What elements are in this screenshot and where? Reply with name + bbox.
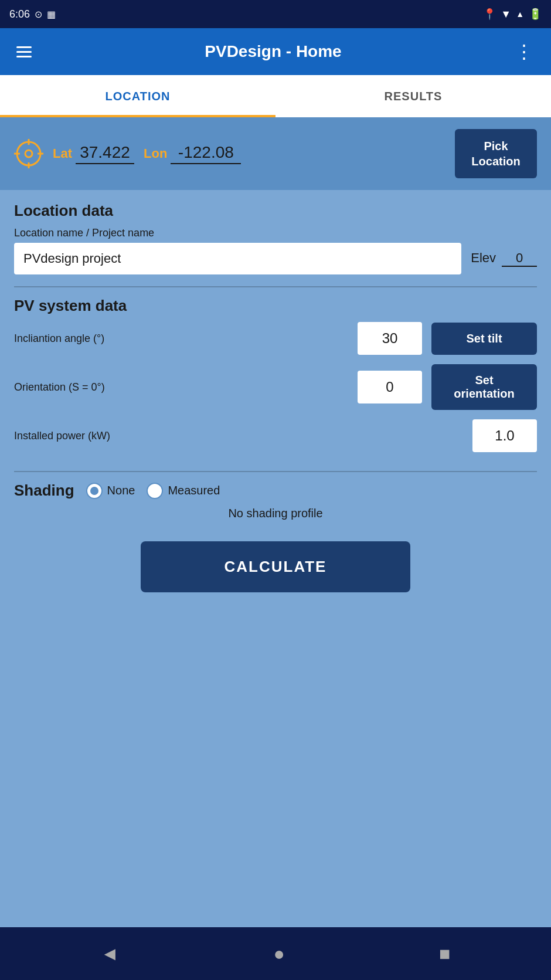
flex-spacer (0, 604, 551, 927)
installed-power-label: Installed power (kW) (14, 430, 463, 442)
set-tilt-button[interactable]: Set tilt (431, 323, 537, 355)
sim-icon: ▦ (47, 9, 56, 20)
project-name-input[interactable] (14, 243, 461, 274)
hamburger-button[interactable] (12, 42, 36, 62)
location-data-section: Location data Location name / Project na… (0, 190, 551, 286)
shading-radio-group: None Measured (86, 483, 220, 499)
shading-note: No shading profile (14, 507, 537, 520)
status-bar: 6:06 ⊙ ▦ 📍 ▼ ▲ 🔋 (0, 0, 551, 28)
status-time: 6:06 (9, 8, 30, 21)
lat-group: Lat (53, 143, 134, 164)
calculate-button[interactable]: CALCULATE (141, 541, 410, 592)
shading-none-radio[interactable] (86, 483, 103, 499)
pv-system-section: PV system data Incliantion angle (°) Set… (0, 287, 551, 471)
elev-group: Elev (471, 250, 537, 267)
main-content: Lat Lon PickLocation Location data Locat… (0, 117, 551, 927)
coords-section: Lat Lon (53, 143, 445, 164)
app-title: PVDesign - Home (205, 42, 341, 61)
shading-none-option[interactable]: None (86, 483, 135, 499)
orientation-label: Orientation (S = 0°) (14, 381, 348, 394)
hamburger-line-3 (16, 56, 32, 57)
app-bar: PVDesign - Home ⋮ (0, 28, 551, 75)
orientation-input[interactable] (358, 371, 422, 403)
tab-location[interactable]: LOCATION (0, 75, 276, 117)
pocket-icon: ⊙ (35, 9, 42, 20)
shading-measured-label: Measured (168, 484, 220, 497)
elev-input[interactable] (502, 250, 537, 267)
tabs-container: LOCATION RESULTS (0, 75, 551, 117)
hamburger-line-1 (16, 46, 32, 48)
installed-power-row: Installed power (kW) (14, 419, 537, 452)
installed-power-input[interactable] (472, 419, 537, 452)
svg-point-1 (25, 150, 32, 157)
set-orientation-button[interactable]: Setorientation (431, 364, 537, 410)
inclination-input[interactable] (358, 322, 422, 355)
shading-none-label: None (107, 484, 135, 497)
bottom-navigation: ◄ ● ■ (0, 927, 551, 980)
lat-input[interactable] (76, 143, 134, 164)
wifi-icon: ▼ (501, 8, 511, 21)
project-row: Elev (14, 243, 537, 274)
pick-location-button[interactable]: PickLocation (455, 129, 537, 178)
hamburger-line-2 (16, 51, 32, 53)
location-data-title: Location data (14, 202, 537, 220)
gps-icon (14, 139, 43, 168)
shading-measured-radio[interactable] (147, 483, 163, 499)
lon-input[interactable] (171, 143, 241, 164)
battery-icon: 🔋 (529, 8, 542, 21)
inclination-label: Incliantion angle (°) (14, 333, 348, 345)
project-label: Location name / Project name (14, 227, 537, 239)
lon-group: Lon (144, 143, 241, 164)
lat-label: Lat (53, 146, 72, 161)
recents-nav-button[interactable]: ■ (427, 937, 462, 971)
back-nav-button[interactable]: ◄ (89, 937, 131, 971)
lon-label: Lon (144, 146, 167, 161)
shading-section: Shading None Measured No shading profile (0, 472, 551, 530)
calculate-section: CALCULATE (0, 530, 551, 604)
svg-point-0 (17, 142, 40, 165)
more-options-button[interactable]: ⋮ (510, 36, 539, 67)
elev-label: Elev (471, 250, 496, 266)
status-left: 6:06 ⊙ ▦ (9, 8, 56, 21)
inclination-row: Incliantion angle (°) Set tilt (14, 322, 537, 355)
shading-title: Shading (14, 481, 74, 500)
shading-measured-option[interactable]: Measured (147, 483, 220, 499)
signal-icon: ▲ (516, 9, 524, 19)
status-right: 📍 ▼ ▲ 🔋 (483, 8, 542, 21)
location-bar: Lat Lon PickLocation (0, 117, 551, 190)
tab-results[interactable]: RESULTS (276, 75, 551, 117)
orientation-row: Orientation (S = 0°) Setorientation (14, 364, 537, 410)
location-icon: 📍 (483, 8, 496, 21)
home-nav-button[interactable]: ● (262, 937, 297, 971)
shading-row: Shading None Measured (14, 481, 537, 500)
pv-system-title: PV system data (14, 297, 537, 315)
